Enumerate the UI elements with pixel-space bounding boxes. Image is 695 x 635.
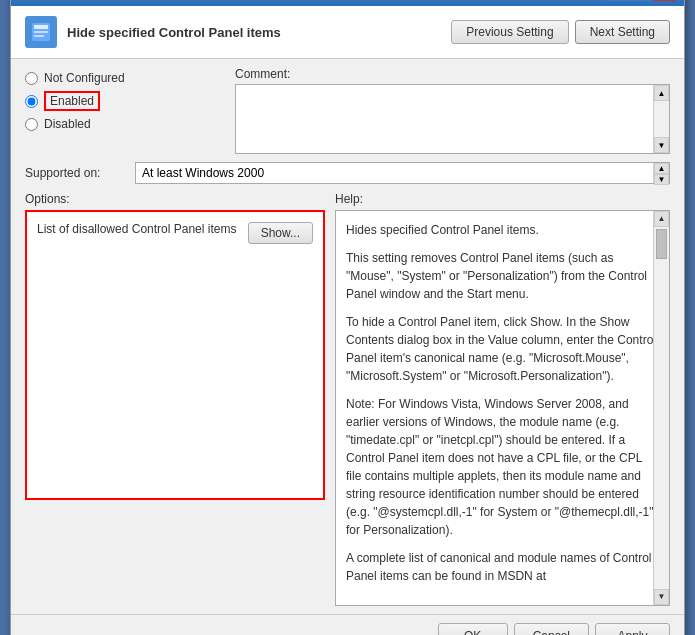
left-panel: Not Configured Enabled Disabled [25, 67, 225, 154]
enabled-option[interactable]: Enabled [25, 91, 225, 111]
top-section: Not Configured Enabled Disabled Comment: [25, 67, 670, 154]
help-scroll-thumb [656, 229, 667, 259]
maximize-button[interactable]: □ [630, 0, 652, 1]
disabled-option[interactable]: Disabled [25, 117, 225, 131]
enabled-radio[interactable] [25, 95, 38, 108]
supported-on-value: At least Windows 2000 [142, 166, 264, 180]
header-icon [25, 16, 57, 48]
title-controls: — □ ✕ [606, 0, 676, 1]
content-area: Not Configured Enabled Disabled Comment: [11, 59, 684, 614]
header-actions: Previous Setting Next Setting [451, 20, 670, 44]
ok-button[interactable]: OK [438, 623, 508, 635]
window-header: Hide specified Control Panel items Previ… [11, 6, 684, 59]
not-configured-radio[interactable] [25, 72, 38, 85]
help-scroll-up[interactable]: ▲ [654, 211, 669, 227]
comment-scrollbar[interactable]: ▲ ▼ [653, 85, 669, 153]
svg-rect-5 [34, 31, 48, 33]
help-para-1: Hides specified Control Panel items. [346, 221, 659, 239]
disabled-radio[interactable] [25, 118, 38, 131]
not-configured-label: Not Configured [44, 71, 125, 85]
close-button[interactable]: ✕ [654, 0, 676, 1]
next-setting-button[interactable]: Next Setting [575, 20, 670, 44]
comment-label: Comment: [235, 67, 670, 81]
help-para-2: This setting removes Control Panel items… [346, 249, 659, 303]
help-para-5: A complete list of canonical and module … [346, 549, 659, 585]
help-scrollbar[interactable]: ▲ ▼ [653, 211, 669, 605]
options-panel: Options: List of disallowed Control Pane… [25, 192, 325, 606]
options-box: List of disallowed Control Panel items S… [25, 210, 325, 500]
help-para-4: Note: For Windows Vista, Windows Server … [346, 395, 659, 539]
supported-scroll-up[interactable]: ▲ [654, 163, 669, 174]
help-section-label: Help: [335, 192, 670, 206]
help-box: Hides specified Control Panel items. Thi… [335, 210, 670, 606]
comment-box[interactable]: ▲ ▼ [235, 84, 670, 154]
enabled-label: Enabled [44, 91, 100, 111]
previous-setting-button[interactable]: Previous Setting [451, 20, 568, 44]
header-title: Hide specified Control Panel items [67, 25, 281, 40]
help-panel: Help: Hides specified Control Panel item… [335, 192, 670, 606]
apply-button[interactable]: Apply [595, 623, 670, 635]
minimize-button[interactable]: — [606, 0, 628, 1]
supported-scrollbar[interactable]: ▲ ▼ [653, 163, 669, 183]
not-configured-option[interactable]: Not Configured [25, 71, 225, 85]
radio-group: Not Configured Enabled Disabled [25, 71, 225, 131]
cancel-button[interactable]: Cancel [514, 623, 589, 635]
supported-row: Supported on: At least Windows 2000 ▲ ▼ [25, 162, 670, 184]
svg-rect-4 [34, 25, 48, 29]
help-scroll-down[interactable]: ▼ [654, 589, 669, 605]
comment-panel: Comment: ▲ ▼ [235, 67, 670, 154]
bottom-bar: OK Cancel Apply [11, 614, 684, 635]
scroll-track [654, 101, 669, 137]
scroll-down-arrow[interactable]: ▼ [654, 137, 669, 153]
svg-rect-6 [34, 35, 44, 37]
disabled-label: Disabled [44, 117, 91, 131]
supported-on-box: At least Windows 2000 ▲ ▼ [135, 162, 670, 184]
supported-on-label: Supported on: [25, 166, 125, 180]
disallowed-list-label: List of disallowed Control Panel items [37, 222, 238, 236]
supported-scroll-down[interactable]: ▼ [654, 174, 669, 185]
options-section-label: Options: [25, 192, 325, 206]
help-scroll-track [654, 227, 669, 589]
help-para-3: To hide a Control Panel item, click Show… [346, 313, 659, 385]
show-button[interactable]: Show... [248, 222, 313, 244]
scroll-up-arrow[interactable]: ▲ [654, 85, 669, 101]
bottom-section: Options: List of disallowed Control Pane… [25, 192, 670, 606]
main-window: Hide specified Control Panel items — □ ✕… [10, 0, 685, 635]
